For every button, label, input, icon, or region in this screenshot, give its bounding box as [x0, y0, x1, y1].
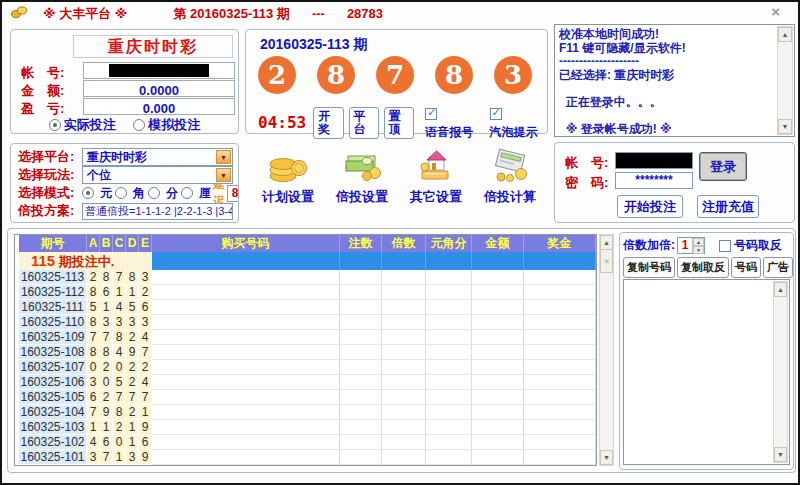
draw-ball: 8 [435, 56, 473, 94]
table-cell [152, 360, 340, 375]
betting-status-row[interactable]: 115 期投注中. [19, 252, 596, 270]
textarea-scrollbar[interactable]: ▲ ▼ [773, 281, 788, 463]
table-cell [472, 300, 524, 315]
register-recharge-button[interactable]: 注册充值 [697, 195, 759, 218]
bet-mode-radios: 实际投注 模拟投注 [11, 116, 238, 134]
scroll-up-icon[interactable]: ▲ [600, 235, 613, 250]
spin-down-icon[interactable]: ▼ [693, 246, 704, 254]
table-cell: 2 [100, 360, 113, 375]
col-period: 期号 [19, 235, 87, 252]
account-field[interactable] [83, 62, 235, 79]
table-scrollbar[interactable]: ▲ ≡ ▼ [599, 234, 614, 466]
table-cell [524, 375, 596, 390]
col-buy-numbers: 购买号码 [152, 235, 340, 252]
draw-ball: 8 [317, 56, 355, 94]
multiplier-settings-button[interactable]: 倍投设置 [329, 144, 395, 222]
plan-input[interactable]: 普通倍投=1-1-1-2 |2-2-1-3 |3-4-1- [82, 203, 233, 220]
table-row[interactable]: 160325-10702022 [19, 360, 596, 375]
title-number: 28783 [347, 6, 383, 21]
col-c: C [113, 235, 126, 252]
log-line: ※ 登录帐号成功! ※ [559, 123, 774, 135]
table-row[interactable]: 160325-10630524 [19, 375, 596, 390]
table-cell: 7 [87, 405, 100, 420]
login-password-field[interactable]: ******** [615, 172, 693, 189]
mode-li-radio[interactable] [181, 187, 193, 199]
banknotes-icon [342, 144, 382, 188]
scroll-down-icon[interactable]: ▼ [774, 447, 787, 462]
table-row[interactable]: 160325-11083333 [19, 315, 596, 330]
scroll-down-icon[interactable]: ▼ [600, 450, 613, 465]
voice-checkbox[interactable] [425, 108, 437, 120]
table-cell [524, 330, 596, 345]
table-row[interactable]: 160325-10888497 [19, 345, 596, 360]
delay-spinner[interactable]: 8 ▲▼ [227, 185, 239, 202]
table-row[interactable]: 160325-10479821 [19, 405, 596, 420]
empty-cell [524, 252, 596, 270]
table-cell: 4 [113, 300, 126, 315]
mode-jiao-radio[interactable] [115, 187, 127, 199]
copy-invert-button[interactable]: 复制取反 [677, 257, 729, 278]
table-cell [426, 405, 472, 420]
table-row[interactable]: 160325-10977824 [19, 330, 596, 345]
play-value: 个位 [83, 167, 232, 183]
multiplier-spinner[interactable]: 1 ▲▼ [677, 237, 705, 254]
table-cell: 1 [113, 285, 126, 300]
table-cell [152, 345, 340, 360]
log-scrollbar[interactable]: ▲ ▼ [777, 26, 793, 135]
real-bet-label: 实际投注 [64, 117, 116, 132]
copy-numbers-button[interactable]: 复制号码 [623, 257, 675, 278]
sim-bet-radio[interactable] [133, 119, 145, 131]
scroll-up-icon[interactable]: ▲ [778, 27, 792, 42]
platform-select[interactable]: 重庆时时彩 ▼ [82, 148, 233, 166]
login-button[interactable]: 登录 [699, 152, 747, 181]
stay-on-top-button[interactable]: 置顶 [384, 107, 414, 139]
platform-button[interactable]: 平台 [349, 107, 379, 139]
multiplier-calc-button[interactable]: 倍投计算 [477, 144, 543, 222]
table-cell [524, 360, 596, 375]
login-account-field[interactable] [615, 152, 693, 169]
empty-cell [472, 252, 524, 270]
numbers-button[interactable]: 号码 [731, 257, 761, 278]
select-panel: 选择平台: 重庆时时彩 ▼ 选择玩法: 个位 ▼ 选择模式: 元 角 分 厘 延… [10, 143, 239, 223]
table-cell: 2 [100, 390, 113, 405]
multiplier-row: 倍数加倍: 1 ▲▼ 号码取反 [623, 236, 790, 255]
close-icon[interactable]: × [771, 3, 780, 20]
chevron-down-icon[interactable]: ▼ [216, 150, 231, 164]
play-select[interactable]: 个位 ▼ [82, 166, 233, 184]
table-cell: 7 [100, 450, 113, 465]
log-line [559, 109, 774, 123]
table-row[interactable]: 160325-11286112 [19, 285, 596, 300]
draw-button[interactable]: 开奖 [313, 107, 343, 139]
table-row[interactable]: 160325-11151456 [19, 300, 596, 315]
start-betting-button[interactable]: 开始投注 [617, 195, 683, 218]
table-row[interactable]: 160325-10311219 [19, 420, 596, 435]
spinner-arrows[interactable]: ▲▼ [692, 238, 704, 253]
table-row[interactable]: 160325-10137139 [19, 450, 596, 465]
scroll-down-icon[interactable]: ▼ [778, 119, 792, 134]
table-row[interactable]: 160325-10562777 [19, 390, 596, 405]
table-cell: 8 [87, 345, 100, 360]
plan-settings-button[interactable]: 计划设置 [255, 144, 321, 222]
chevron-down-icon[interactable]: ▼ [216, 168, 231, 182]
numbers-textarea[interactable]: ▲ ▼ [623, 279, 790, 465]
table-cell [382, 345, 426, 360]
table-cell: 3 [100, 315, 113, 330]
mode-yuan-radio[interactable] [82, 187, 94, 199]
ad-button[interactable]: 广告 [763, 257, 793, 278]
log-line [559, 82, 774, 96]
mode-fen-radio[interactable] [148, 187, 160, 199]
table-cell [382, 375, 426, 390]
table-cell [152, 270, 340, 285]
bubble-checkbox[interactable] [490, 108, 502, 120]
table-row[interactable]: 160325-10246016 [19, 435, 596, 450]
table-cell: 7 [87, 330, 100, 345]
spin-up-icon[interactable]: ▲ [693, 238, 704, 246]
scrollbar-thumb[interactable]: ≡ [600, 249, 613, 273]
table-cell [152, 390, 340, 405]
invert-checkbox[interactable] [719, 240, 731, 252]
table-cell: 5 [126, 300, 139, 315]
real-bet-radio[interactable] [49, 119, 61, 131]
scroll-up-icon[interactable]: ▲ [774, 282, 787, 297]
other-settings-button[interactable]: 其它设置 [403, 144, 469, 222]
table-row[interactable]: 160325-11328783 [19, 270, 596, 285]
